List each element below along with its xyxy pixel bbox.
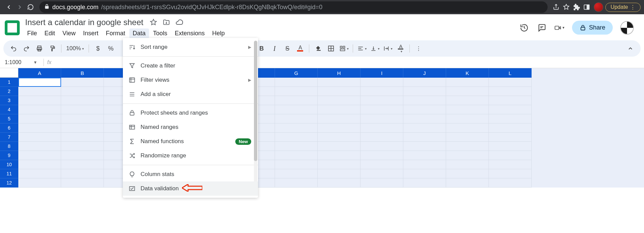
- menu-item-create-a-filter[interactable]: Create a filter: [123, 59, 258, 73]
- cell[interactable]: [18, 87, 61, 96]
- cell[interactable]: [318, 142, 361, 151]
- cell[interactable]: [446, 123, 489, 133]
- sheets-logo[interactable]: [5, 20, 20, 35]
- cell[interactable]: [318, 160, 361, 169]
- browser-profile-avatar[interactable]: [594, 2, 603, 12]
- cell[interactable]: [403, 178, 446, 188]
- cell[interactable]: [446, 160, 489, 169]
- cell[interactable]: [361, 178, 403, 188]
- column-header[interactable]: I: [361, 68, 403, 78]
- document-title[interactable]: Insert a calendar in google sheet: [24, 17, 145, 28]
- redo-button[interactable]: [21, 43, 32, 54]
- row-header[interactable]: 1: [0, 78, 18, 87]
- cell[interactable]: [403, 96, 446, 105]
- row-header[interactable]: 6: [0, 123, 18, 133]
- cell[interactable]: [275, 78, 318, 87]
- row-header[interactable]: 12: [0, 178, 18, 188]
- fill-color-button[interactable]: [313, 43, 324, 54]
- text-color-button[interactable]: A: [295, 43, 306, 54]
- row-header[interactable]: 8: [0, 142, 18, 151]
- menu-item-column-stats[interactable]: Column stats: [123, 167, 258, 181]
- account-avatar[interactable]: [620, 21, 634, 35]
- italic-button[interactable]: I: [269, 43, 280, 54]
- row-header[interactable]: 3: [0, 96, 18, 105]
- strikethrough-button[interactable]: S: [282, 43, 293, 54]
- cell[interactable]: [18, 78, 61, 87]
- cell[interactable]: [446, 105, 489, 114]
- cell[interactable]: [446, 87, 489, 96]
- percent-button[interactable]: %: [105, 43, 116, 54]
- cell[interactable]: [61, 123, 104, 133]
- menu-item-randomize-range[interactable]: Randomize range: [123, 149, 258, 163]
- cell[interactable]: [18, 142, 61, 151]
- cell[interactable]: [275, 114, 318, 123]
- cell[interactable]: [318, 105, 361, 114]
- menu-item-named-functions[interactable]: Named functionsNew: [123, 134, 258, 149]
- cell[interactable]: [446, 178, 489, 188]
- cell[interactable]: [61, 87, 104, 96]
- menu-item-filter-views[interactable]: Filter views▶: [123, 73, 258, 87]
- cell[interactable]: [446, 142, 489, 151]
- vertical-align-button[interactable]: [369, 43, 380, 54]
- cell[interactable]: [275, 142, 318, 151]
- row-header[interactable]: 5: [0, 114, 18, 123]
- cell[interactable]: [403, 87, 446, 96]
- cell[interactable]: [18, 151, 61, 160]
- cell[interactable]: [403, 160, 446, 169]
- cell[interactable]: [489, 96, 532, 105]
- share-url-icon[interactable]: [551, 2, 561, 12]
- print-button[interactable]: [34, 43, 45, 54]
- menu-tools[interactable]: Tools: [150, 28, 171, 38]
- menu-extensions[interactable]: Extensions: [171, 28, 208, 38]
- url-bar[interactable]: docs.google.com/spreadsheets/d/1-rsrsSGv…: [39, 1, 548, 13]
- text-wrap-button[interactable]: [382, 43, 393, 54]
- browser-forward-button[interactable]: [14, 2, 25, 13]
- cell[interactable]: [318, 78, 361, 87]
- cell[interactable]: [275, 133, 318, 142]
- menu-file[interactable]: File: [24, 28, 40, 38]
- cell[interactable]: [403, 169, 446, 178]
- cell[interactable]: [61, 78, 104, 87]
- cell[interactable]: [61, 178, 104, 188]
- menu-item-protect-sheets-and-ranges[interactable]: Protect sheets and ranges: [123, 106, 258, 120]
- star-icon[interactable]: [149, 18, 158, 26]
- bookmark-star-icon[interactable]: [561, 2, 571, 12]
- cell[interactable]: [403, 78, 446, 87]
- cell[interactable]: [403, 151, 446, 160]
- cell[interactable]: [318, 87, 361, 96]
- cell[interactable]: [275, 96, 318, 105]
- toolbar-more-button[interactable]: ⋮: [413, 43, 424, 54]
- cell[interactable]: [61, 133, 104, 142]
- column-header[interactable]: K: [446, 68, 489, 78]
- cell[interactable]: [275, 105, 318, 114]
- cell[interactable]: [361, 151, 403, 160]
- menu-help[interactable]: Help: [209, 28, 228, 38]
- cell[interactable]: [446, 114, 489, 123]
- browser-back-button[interactable]: [3, 2, 14, 13]
- row-header[interactable]: 2: [0, 87, 18, 96]
- cell[interactable]: [61, 105, 104, 114]
- currency-button[interactable]: $: [92, 43, 103, 54]
- row-header[interactable]: 11: [0, 169, 18, 178]
- menu-format[interactable]: Format: [103, 28, 129, 38]
- column-header[interactable]: L: [489, 68, 532, 78]
- cell[interactable]: [18, 123, 61, 133]
- cell[interactable]: [489, 160, 532, 169]
- comments-icon[interactable]: [537, 23, 547, 33]
- cell[interactable]: [489, 114, 532, 123]
- paint-format-button[interactable]: [47, 43, 58, 54]
- cell[interactable]: [318, 178, 361, 188]
- cell[interactable]: [361, 96, 403, 105]
- side-panel-icon[interactable]: [582, 2, 592, 12]
- cell[interactable]: [489, 87, 532, 96]
- cell[interactable]: [489, 169, 532, 178]
- cell[interactable]: [18, 169, 61, 178]
- cell[interactable]: [18, 105, 61, 114]
- cell[interactable]: [489, 123, 532, 133]
- cell[interactable]: [403, 133, 446, 142]
- cell[interactable]: [18, 178, 61, 188]
- column-header[interactable]: B: [61, 68, 104, 78]
- cell[interactable]: [446, 78, 489, 87]
- merge-cells-button[interactable]: [338, 43, 349, 54]
- undo-button[interactable]: [8, 43, 19, 54]
